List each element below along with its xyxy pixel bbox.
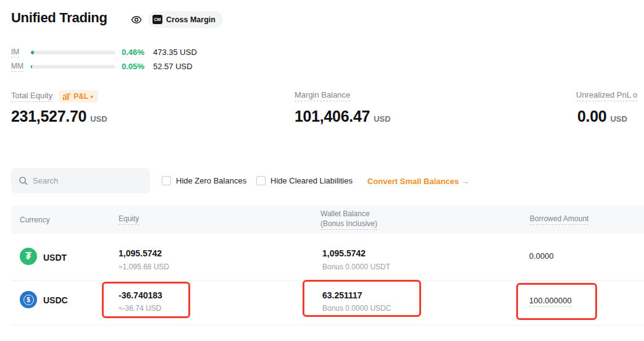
usdc-wallet-balance: 63.251117 <box>322 290 362 300</box>
usdc-borrowed-amount[interactable]: 100.000000 <box>529 296 572 307</box>
usdc-dollar-glyph: $ <box>23 295 34 305</box>
search-input[interactable] <box>33 176 138 185</box>
mm-progress-fill <box>31 65 32 69</box>
usdt-symbol: USDT <box>43 253 67 263</box>
im-label[interactable]: IM <box>11 48 19 57</box>
row-divider <box>11 280 644 281</box>
margin-balance-label[interactable]: Margin Balance <box>295 90 350 101</box>
im-progress-fill <box>31 51 34 54</box>
unrealized-pnl-value: 0.00 <box>577 107 606 125</box>
row-divider <box>11 325 644 326</box>
wallet-balance-line2: (Bonus Inclusive) <box>320 219 377 230</box>
usdt-icon: ₮ <box>20 248 37 265</box>
im-value: 473.35 USD <box>153 48 197 57</box>
column-header-equity[interactable]: Equity <box>119 214 139 225</box>
caret-right-icon: ▸ <box>91 93 94 99</box>
cross-margin-icon: CM <box>153 15 162 24</box>
unrealized-pnl-label[interactable]: Unrealized PnL o <box>576 90 637 101</box>
margin-balance-unit: USD <box>374 114 390 124</box>
mm-label[interactable]: MM <box>11 62 23 72</box>
usdt-wallet-bonus: Bonus 0.0000 USDT <box>322 263 390 271</box>
usdc-equity-usd: ≈-36.74 USD <box>119 304 161 313</box>
hide-zero-balances-label: Hide Zero Balances <box>176 176 246 185</box>
mm-value: 52.57 USD <box>153 62 193 71</box>
usdc-equity: -36.740183 <box>119 290 162 300</box>
margin-mode-label: Cross Margin <box>166 15 215 24</box>
margin-balance-value: 101,406.47 <box>295 107 370 125</box>
usdc-symbol: USDC <box>43 295 68 305</box>
checkbox-icon[interactable] <box>162 176 171 185</box>
hide-cleared-liabilities-checkbox[interactable]: Hide Cleared Liabilities <box>256 176 353 185</box>
hide-cleared-liabilities-label: Hide Cleared Liabilities <box>270 176 353 185</box>
total-equity-value: 231,527.70 <box>11 107 86 125</box>
usdt-borrowed-amount: 0.0000 <box>529 251 554 261</box>
mm-percent: 0.05% <box>122 62 144 71</box>
usdc-wallet-bonus: Bonus 0.0000 USDC <box>322 304 391 313</box>
mm-progress-bar <box>31 65 115 69</box>
pnl-button[interactable]: P&L ▸ <box>59 90 98 103</box>
unified-trading-panel: Unified Trading CM Cross Margin IM 0.46%… <box>0 0 644 341</box>
usdt-equity-usd: ≈1,095.68 USD <box>119 263 169 271</box>
total-equity-label[interactable]: Total Equity <box>11 91 52 102</box>
usdc-icon: $ <box>20 291 37 308</box>
pnl-label: P&L <box>73 92 88 101</box>
column-header-borrowed-amount[interactable]: Borrowed Amount <box>530 214 588 225</box>
im-progress-bar <box>31 51 115 54</box>
usdt-wallet-balance: 1,095.5742 <box>322 248 366 258</box>
im-percent: 0.46% <box>122 48 144 57</box>
checkbox-icon[interactable] <box>256 176 266 185</box>
eye-icon[interactable] <box>130 14 143 25</box>
hide-zero-balances-checkbox[interactable]: Hide Zero Balances <box>162 176 246 185</box>
search-box[interactable] <box>11 168 150 193</box>
usdt-equity: 1,095.5742 <box>119 248 162 258</box>
margin-mode-badge[interactable]: CM Cross Margin <box>148 11 223 28</box>
column-header-wallet-balance[interactable]: Wallet Balance (Bonus Inclusive) <box>320 209 377 230</box>
total-equity-unit: USD <box>90 114 107 124</box>
search-icon <box>19 176 28 185</box>
convert-small-balances-link[interactable]: Convert Small Balances → <box>367 177 469 186</box>
wallet-balance-line1: Wallet Balance <box>320 209 377 218</box>
unrealized-pnl-unit: USD <box>610 114 627 124</box>
page-title: Unified Trading <box>11 10 107 26</box>
pnl-chart-icon <box>63 93 71 100</box>
column-header-currency: Currency <box>20 216 50 224</box>
